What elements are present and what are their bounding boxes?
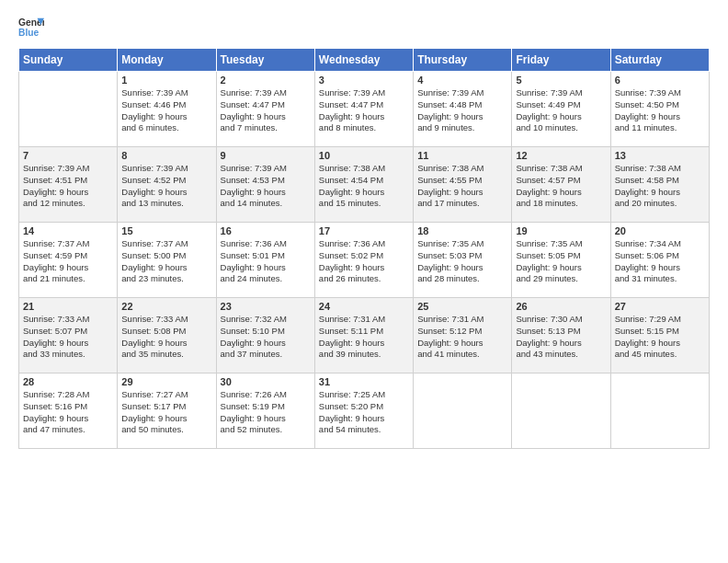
cell-content: Sunrise: 7:25 AM Sunset: 5:20 PM Dayligh…: [319, 389, 409, 436]
cell-content: Sunrise: 7:39 AM Sunset: 4:47 PM Dayligh…: [319, 87, 409, 134]
calendar-cell: 28Sunrise: 7:28 AM Sunset: 5:16 PM Dayli…: [19, 373, 118, 449]
calendar-cell: 26Sunrise: 7:30 AM Sunset: 5:13 PM Dayli…: [512, 298, 610, 373]
day-header-tuesday: Tuesday: [216, 49, 314, 72]
day-number: 18: [417, 225, 507, 236]
day-number: 1: [121, 75, 211, 86]
calendar-cell: [19, 72, 118, 147]
cell-content: Sunrise: 7:26 AM Sunset: 5:19 PM Dayligh…: [221, 389, 311, 436]
week-row-4: 21Sunrise: 7:33 AM Sunset: 5:07 PM Dayli…: [19, 298, 710, 373]
calendar-cell: 7Sunrise: 7:39 AM Sunset: 4:51 PM Daylig…: [19, 147, 118, 223]
day-number: 20: [615, 225, 705, 236]
day-header-saturday: Saturday: [610, 49, 709, 72]
calendar-cell: 13Sunrise: 7:38 AM Sunset: 4:58 PM Dayli…: [610, 147, 709, 223]
cell-content: Sunrise: 7:39 AM Sunset: 4:49 PM Dayligh…: [516, 87, 606, 134]
cell-content: Sunrise: 7:31 AM Sunset: 5:12 PM Dayligh…: [417, 314, 507, 361]
day-number: 26: [516, 301, 606, 312]
calendar-cell: 11Sunrise: 7:38 AM Sunset: 4:55 PM Dayli…: [414, 147, 512, 223]
week-row-1: 1Sunrise: 7:39 AM Sunset: 4:46 PM Daylig…: [19, 72, 710, 147]
day-number: 24: [319, 301, 409, 312]
calendar-cell: [512, 373, 610, 449]
calendar-cell: 10Sunrise: 7:38 AM Sunset: 4:54 PM Dayli…: [314, 147, 413, 223]
day-number: 30: [221, 376, 311, 387]
cell-content: Sunrise: 7:33 AM Sunset: 5:07 PM Dayligh…: [23, 314, 113, 361]
cell-content: Sunrise: 7:39 AM Sunset: 4:50 PM Dayligh…: [615, 87, 705, 134]
calendar-cell: 15Sunrise: 7:37 AM Sunset: 5:00 PM Dayli…: [118, 223, 216, 298]
day-header-thursday: Thursday: [414, 49, 512, 72]
logo-icon: General Blue: [18, 15, 44, 40]
day-number: 13: [615, 150, 705, 161]
day-number: 5: [516, 75, 606, 86]
calendar-cell: 19Sunrise: 7:35 AM Sunset: 5:05 PM Dayli…: [512, 223, 610, 298]
cell-content: Sunrise: 7:27 AM Sunset: 5:17 PM Dayligh…: [121, 389, 211, 436]
calendar-cell: 18Sunrise: 7:35 AM Sunset: 5:03 PM Dayli…: [414, 223, 512, 298]
calendar-cell: 23Sunrise: 7:32 AM Sunset: 5:10 PM Dayli…: [216, 298, 314, 373]
week-row-2: 7Sunrise: 7:39 AM Sunset: 4:51 PM Daylig…: [19, 147, 710, 223]
cell-content: Sunrise: 7:39 AM Sunset: 4:48 PM Dayligh…: [417, 87, 507, 134]
logo: General Blue: [18, 15, 44, 40]
calendar-cell: [414, 373, 512, 449]
calendar-cell: 4Sunrise: 7:39 AM Sunset: 4:48 PM Daylig…: [414, 72, 512, 147]
week-row-3: 14Sunrise: 7:37 AM Sunset: 4:59 PM Dayli…: [19, 223, 710, 298]
calendar-cell: 29Sunrise: 7:27 AM Sunset: 5:17 PM Dayli…: [118, 373, 216, 449]
day-number: 22: [121, 301, 211, 312]
cell-content: Sunrise: 7:36 AM Sunset: 5:02 PM Dayligh…: [319, 238, 409, 285]
cell-content: Sunrise: 7:38 AM Sunset: 4:55 PM Dayligh…: [417, 163, 507, 210]
header-row: SundayMondayTuesdayWednesdayThursdayFrid…: [19, 49, 710, 72]
day-number: 10: [319, 150, 409, 161]
day-number: 21: [23, 301, 113, 312]
calendar-cell: 17Sunrise: 7:36 AM Sunset: 5:02 PM Dayli…: [314, 223, 413, 298]
day-number: 14: [23, 225, 113, 236]
day-number: 3: [319, 75, 409, 86]
day-number: 16: [221, 225, 311, 236]
day-number: 2: [221, 75, 311, 86]
calendar-cell: 1Sunrise: 7:39 AM Sunset: 4:46 PM Daylig…: [118, 72, 216, 147]
cell-content: Sunrise: 7:39 AM Sunset: 4:51 PM Dayligh…: [23, 163, 113, 210]
day-header-wednesday: Wednesday: [314, 49, 413, 72]
cell-content: Sunrise: 7:39 AM Sunset: 4:46 PM Dayligh…: [121, 87, 211, 134]
calendar-cell: 8Sunrise: 7:39 AM Sunset: 4:52 PM Daylig…: [118, 147, 216, 223]
cell-content: Sunrise: 7:37 AM Sunset: 4:59 PM Dayligh…: [23, 238, 113, 285]
cell-content: Sunrise: 7:28 AM Sunset: 5:16 PM Dayligh…: [23, 389, 113, 436]
cell-content: Sunrise: 7:35 AM Sunset: 5:03 PM Dayligh…: [417, 238, 507, 285]
calendar-cell: 9Sunrise: 7:39 AM Sunset: 4:53 PM Daylig…: [216, 147, 314, 223]
day-number: 23: [221, 301, 311, 312]
calendar-cell: 20Sunrise: 7:34 AM Sunset: 5:06 PM Dayli…: [610, 223, 709, 298]
calendar-cell: 31Sunrise: 7:25 AM Sunset: 5:20 PM Dayli…: [314, 373, 413, 449]
day-header-sunday: Sunday: [19, 49, 118, 72]
calendar-cell: 21Sunrise: 7:33 AM Sunset: 5:07 PM Dayli…: [19, 298, 118, 373]
day-number: 6: [615, 75, 705, 86]
day-number: 7: [23, 150, 113, 161]
calendar-cell: 5Sunrise: 7:39 AM Sunset: 4:49 PM Daylig…: [512, 72, 610, 147]
cell-content: Sunrise: 7:38 AM Sunset: 4:58 PM Dayligh…: [615, 163, 705, 210]
cell-content: Sunrise: 7:39 AM Sunset: 4:53 PM Dayligh…: [221, 163, 311, 210]
cell-content: Sunrise: 7:32 AM Sunset: 5:10 PM Dayligh…: [221, 314, 311, 361]
day-number: 28: [23, 376, 113, 387]
calendar-cell: 14Sunrise: 7:37 AM Sunset: 4:59 PM Dayli…: [19, 223, 118, 298]
cell-content: Sunrise: 7:29 AM Sunset: 5:15 PM Dayligh…: [615, 314, 705, 361]
day-header-friday: Friday: [512, 49, 610, 72]
calendar-cell: 24Sunrise: 7:31 AM Sunset: 5:11 PM Dayli…: [314, 298, 413, 373]
svg-text:Blue: Blue: [18, 28, 40, 38]
calendar-cell: 16Sunrise: 7:36 AM Sunset: 5:01 PM Dayli…: [216, 223, 314, 298]
page-container: General Blue SundayMondayTuesdayWednesda…: [0, 0, 728, 563]
cell-content: Sunrise: 7:33 AM Sunset: 5:08 PM Dayligh…: [121, 314, 211, 361]
cell-content: Sunrise: 7:36 AM Sunset: 5:01 PM Dayligh…: [221, 238, 311, 285]
calendar-cell: [610, 373, 709, 449]
day-header-monday: Monday: [118, 49, 216, 72]
day-number: 11: [417, 150, 507, 161]
cell-content: Sunrise: 7:38 AM Sunset: 4:54 PM Dayligh…: [319, 163, 409, 210]
day-number: 29: [121, 376, 211, 387]
day-number: 25: [417, 301, 507, 312]
day-number: 12: [516, 150, 606, 161]
cell-content: Sunrise: 7:39 AM Sunset: 4:47 PM Dayligh…: [221, 87, 311, 134]
calendar-cell: 2Sunrise: 7:39 AM Sunset: 4:47 PM Daylig…: [216, 72, 314, 147]
day-number: 31: [319, 376, 409, 387]
cell-content: Sunrise: 7:38 AM Sunset: 4:57 PM Dayligh…: [516, 163, 606, 210]
calendar-table: SundayMondayTuesdayWednesdayThursdayFrid…: [18, 48, 710, 449]
cell-content: Sunrise: 7:35 AM Sunset: 5:05 PM Dayligh…: [516, 238, 606, 285]
day-number: 19: [516, 225, 606, 236]
day-number: 15: [121, 225, 211, 236]
page-header: General Blue: [18, 15, 710, 40]
day-number: 27: [615, 301, 705, 312]
week-row-5: 28Sunrise: 7:28 AM Sunset: 5:16 PM Dayli…: [19, 373, 710, 449]
